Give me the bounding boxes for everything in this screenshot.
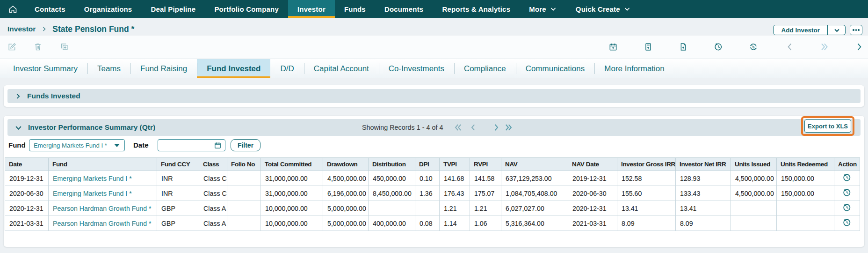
- add-investor-label[interactable]: Add Investor: [774, 25, 827, 35]
- cell: 2019-12-31: [5, 171, 49, 186]
- prev-page-icon[interactable]: [469, 119, 477, 136]
- tab-investor-summary[interactable]: Investor Summary: [3, 59, 87, 78]
- note-add-icon[interactable]: [644, 42, 653, 52]
- first-page-icon[interactable]: [454, 119, 463, 136]
- breadcrumb-section[interactable]: Investor: [7, 25, 36, 33]
- nav-next-icon[interactable]: [854, 42, 864, 52]
- delete-icon[interactable]: [33, 42, 43, 52]
- edit-icon[interactable]: [7, 42, 16, 52]
- date-filter-input[interactable]: [158, 139, 225, 151]
- nav-item-funds[interactable]: Funds: [335, 0, 375, 18]
- export-highlight: Export to XLS: [801, 116, 854, 136]
- row-history-button[interactable]: [834, 186, 860, 201]
- cell: Class C: [199, 186, 227, 201]
- file-add-icon[interactable]: [679, 42, 688, 52]
- cell: 2020-06-30: [568, 186, 617, 201]
- cell: 2020-06-30: [5, 186, 49, 201]
- performance-section-header[interactable]: Investor Performance Summary (Qtr) Showi…: [7, 119, 861, 136]
- chevron-down-icon: [623, 5, 631, 13]
- tab-teams[interactable]: Teams: [87, 59, 130, 78]
- tab-capital-account[interactable]: Capital Account: [304, 59, 379, 78]
- tab-communications[interactable]: Communications: [516, 59, 595, 78]
- cell: 6,196,000.00: [323, 186, 369, 201]
- fund-link[interactable]: Pearson Hardman Growth Fund *: [53, 205, 152, 212]
- cell: [369, 201, 415, 216]
- cell: [777, 216, 834, 231]
- cell: 10,000,000.00: [261, 216, 323, 231]
- row-history-button[interactable]: [834, 201, 860, 216]
- showing-records-text: Showing Records 1 - 4 of 4: [362, 119, 443, 136]
- row-history-button[interactable]: [834, 216, 860, 231]
- chevron-down-icon: [15, 124, 22, 131]
- breadcrumb-bar: Investor State Pension Fund * Add Invest…: [0, 18, 868, 36]
- column-header-nav-date: NAV Date: [568, 158, 617, 171]
- next-page-icon[interactable]: [492, 119, 500, 136]
- cell: Class C: [199, 171, 227, 186]
- cell: 175.07: [470, 186, 501, 201]
- cell: 2020-12-31: [568, 201, 617, 216]
- cell-fund: Emerging Markets Fund I *: [49, 186, 157, 201]
- nav-item-investor[interactable]: Investor: [288, 0, 335, 18]
- fund-link[interactable]: Emerging Markets Fund I *: [53, 175, 132, 182]
- tab-more-information[interactable]: More Information: [594, 59, 674, 78]
- calendar-add-icon[interactable]: [608, 42, 618, 52]
- cell: 13.41: [617, 201, 676, 216]
- nav-item-contacts[interactable]: Contacts: [25, 0, 75, 18]
- chevron-down-icon: [550, 5, 557, 13]
- refresh-currency-icon[interactable]: $: [749, 42, 758, 52]
- fund-link[interactable]: Emerging Markets Fund I *: [53, 190, 132, 197]
- tab-compliance[interactable]: Compliance: [454, 59, 516, 78]
- add-investor-dropdown[interactable]: [828, 25, 845, 35]
- cell: Class A: [199, 216, 227, 231]
- nav-item-organizations[interactable]: Organizations: [75, 0, 142, 18]
- column-header-nav: NAV: [501, 158, 568, 171]
- calendar-icon: [214, 141, 222, 149]
- history-icon: [842, 188, 852, 197]
- nav-item-deal-pipeline[interactable]: Deal Pipeline: [141, 0, 205, 18]
- cell: 150,000.00: [777, 186, 834, 201]
- cell: 1.36: [415, 186, 440, 201]
- select-arrow-icon: [114, 144, 120, 147]
- cell: 1.14: [440, 216, 470, 231]
- column-header-class: Class: [199, 158, 227, 171]
- cell: 1.21: [440, 201, 470, 216]
- cell: 141.58: [470, 171, 501, 186]
- tab-d-d[interactable]: D/D: [270, 59, 304, 78]
- row-history-button[interactable]: [834, 171, 860, 186]
- cell: 2021-03-31: [5, 216, 49, 231]
- more-options-button[interactable]: [850, 25, 862, 35]
- table-row: 2019-12-31Emerging Markets Fund I *INRCl…: [5, 171, 860, 186]
- tab-fund-raising[interactable]: Fund Raising: [130, 59, 197, 78]
- fund-link[interactable]: Pearson Hardman Growth Fund *: [53, 220, 152, 227]
- nav-item-portfolio-company[interactable]: Portfolio Company: [205, 0, 288, 18]
- tab-co-investments[interactable]: Co-Investments: [379, 59, 454, 78]
- breadcrumb: Investor State Pension Fund *: [7, 21, 134, 37]
- fund-filter-select[interactable]: Emerging Markets Fund I *: [29, 139, 125, 151]
- performance-table: DateFundFund CCYClassFolio NoTotal Commi…: [5, 157, 860, 231]
- breadcrumb-chevron-icon: [41, 26, 47, 32]
- record-tabs: Investor SummaryTeamsFund RaisingFund In…: [0, 59, 868, 78]
- add-investor-button[interactable]: Add Investor: [773, 25, 846, 35]
- nav-prev-icon[interactable]: [785, 42, 795, 52]
- cell: [777, 201, 834, 216]
- duplicate-icon[interactable]: [60, 42, 69, 52]
- nav-item-reports-analytics[interactable]: Reports & Analytics: [433, 0, 520, 18]
- nav-item-more[interactable]: More: [520, 0, 566, 18]
- tab-fund-invested[interactable]: Fund Invested: [197, 59, 270, 78]
- nav-item-quick-create[interactable]: Quick Create: [566, 0, 640, 18]
- last-page-icon[interactable]: [504, 119, 513, 136]
- column-header-total-committed: Total Committed: [261, 158, 323, 171]
- filter-button[interactable]: Filter: [231, 139, 260, 151]
- breadcrumb-record: State Pension Fund *: [52, 24, 134, 34]
- cell: [227, 186, 261, 201]
- cell: [731, 216, 777, 231]
- nav-last-icon[interactable]: [819, 42, 829, 52]
- nav-item-documents[interactable]: Documents: [375, 0, 433, 18]
- cell: 0.10: [415, 171, 440, 186]
- home-icon[interactable]: [0, 0, 25, 18]
- history-icon[interactable]: [714, 42, 723, 52]
- export-to-xls-button[interactable]: Export to XLS: [804, 119, 851, 133]
- funds-invested-section-header[interactable]: Funds Invested: [7, 89, 861, 103]
- performance-summary-card: Investor Performance Summary (Qtr) Showi…: [4, 116, 864, 247]
- column-header-fund-ccy: Fund CCY: [157, 158, 199, 171]
